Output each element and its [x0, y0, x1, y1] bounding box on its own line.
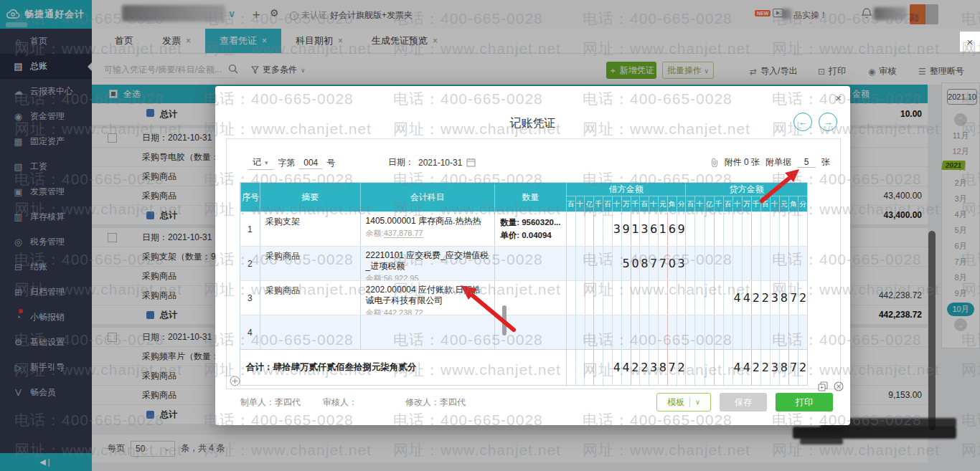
col-header-credit: 贷方金额百十亿千百十万千百十元角分	[685, 183, 807, 211]
voucher-line-3[interactable]: 3 采购商品 2202.000004 应付账款.日照皓诚电子科技有限公司 余额:…	[240, 280, 807, 315]
template-button[interactable]: 模板∨	[656, 393, 711, 411]
debit-amount-cell[interactable]	[566, 281, 686, 315]
caret-down-icon: ▼	[263, 160, 269, 166]
debit-amount-cell[interactable]	[566, 315, 686, 349]
calendar-icon[interactable]	[466, 158, 476, 167]
auditor-label: 审核人：	[323, 396, 357, 409]
next-voucher-button[interactable]: →	[819, 113, 837, 131]
delete-line-icon[interactable]	[834, 381, 844, 391]
date-label: 日期：	[388, 156, 414, 168]
col-header-qty: 数量	[494, 183, 566, 211]
table-scrollbar[interactable]	[502, 305, 507, 336]
voucher-line-4[interactable]: 4	[240, 315, 807, 349]
debit-amount-cell[interactable]: 39136169	[566, 212, 686, 246]
copy-line-icon[interactable]	[818, 381, 828, 391]
voucher-line-1[interactable]: 1 采购支架 1405.000001 库存商品.热热热 余额:437,878.7…	[240, 211, 807, 246]
col-header-seq: 序号	[240, 183, 260, 211]
voucher-date-value[interactable]: 2021-10-31	[418, 158, 462, 168]
voucher-word-select[interactable]: 记 ▼	[248, 156, 273, 170]
voucher-header: 记 ▼ 字第 004 号 日期： 2021-10-31 附件 0 张 附单据 5…	[227, 156, 840, 173]
slips-count-input[interactable]: 5	[797, 157, 816, 168]
debit-amount-cell[interactable]: 5087703	[566, 247, 686, 280]
account-cell[interactable]: 22210101 应交税费_应交增值税_进项税额 余额:56,922.95	[360, 247, 495, 280]
print-button[interactable]: 打印	[776, 393, 833, 411]
save-button[interactable]: 保存	[720, 393, 767, 411]
total-debit-cell: 44223872	[566, 350, 686, 385]
account-cell[interactable]: 1405.000001 库存商品.热热热 余额:437,878.77	[360, 212, 495, 246]
slips-label: 附单据	[765, 156, 791, 168]
qty-cell[interactable]	[494, 247, 566, 280]
zidi-label: 字第	[278, 157, 295, 169]
maker-label: 制单人：李四代	[240, 396, 301, 409]
panel-close-button[interactable]: ×	[960, 32, 980, 52]
voucher-table: 序号 摘要 会计科目 数量 借方金额百十亿千百十万千百十元角分 贷方金额百十亿千…	[240, 182, 808, 386]
modal-close-icon[interactable]: ×	[835, 92, 842, 104]
account-cell[interactable]: 2202.000004 应付账款.日照皓诚电子科技有限公司 余额:442,238…	[360, 281, 495, 315]
hao-label: 号	[326, 157, 335, 169]
modal-footer: 制单人：李四代 审核人： 修改人：李四代 模板∨ 保存 打印	[215, 391, 850, 419]
attachment-count[interactable]: 附件 0 张	[725, 156, 760, 168]
voucher-sheet: 记 ▼ 字第 004 号 日期： 2021-10-31 附件 0 张 附单据 5…	[226, 138, 841, 389]
voucher-line-2[interactable]: 2 采购商品 22210101 应交税费_应交增值税_进项税额 余额:56,92…	[240, 246, 807, 280]
summary-cell[interactable]: 采购支架	[260, 212, 360, 246]
total-credit-cell: 44223872	[685, 350, 807, 385]
add-line-button[interactable]	[230, 376, 240, 386]
col-header-summary: 摘要	[260, 183, 360, 211]
col-header-debit: 借方金额百十亿千百十万千百十元角分	[566, 183, 686, 211]
voucher-number-input[interactable]: 004	[299, 158, 322, 169]
voucher-total-row: 合计：肆拾肆万贰仟贰佰叁拾捌元柒角贰分 44223872 44223872	[240, 349, 807, 385]
prev-voucher-button[interactable]: ←	[793, 113, 812, 131]
summary-cell[interactable]: 采购商品	[260, 247, 360, 280]
credit-amount-cell[interactable]	[685, 315, 807, 349]
modal-title: 记账凭证	[215, 116, 850, 131]
col-header-account: 会计科目	[360, 183, 495, 211]
summary-cell[interactable]: 采购商品	[260, 281, 360, 315]
slips-unit: 张	[821, 156, 830, 168]
modifier-label: 修改人：李四代	[405, 396, 466, 409]
qty-cell[interactable]: 数量: 9560320...单价: 0.04094	[494, 212, 566, 246]
chevron-down-icon: ∨	[695, 399, 700, 406]
credit-amount-cell[interactable]: 44223872	[685, 281, 807, 315]
voucher-modal: × 记账凭证 ← → 记 ▼ 字第 004 号 日期： 2021-10-31 附…	[215, 86, 850, 425]
summary-cell[interactable]	[260, 315, 360, 349]
credit-amount-cell[interactable]	[685, 247, 807, 280]
paperclip-icon	[710, 158, 719, 167]
account-cell[interactable]	[360, 315, 495, 349]
credit-amount-cell[interactable]	[685, 212, 807, 246]
total-in-words: 合计：肆拾肆万贰仟贰佰叁拾捌元柒角贰分	[240, 350, 566, 385]
